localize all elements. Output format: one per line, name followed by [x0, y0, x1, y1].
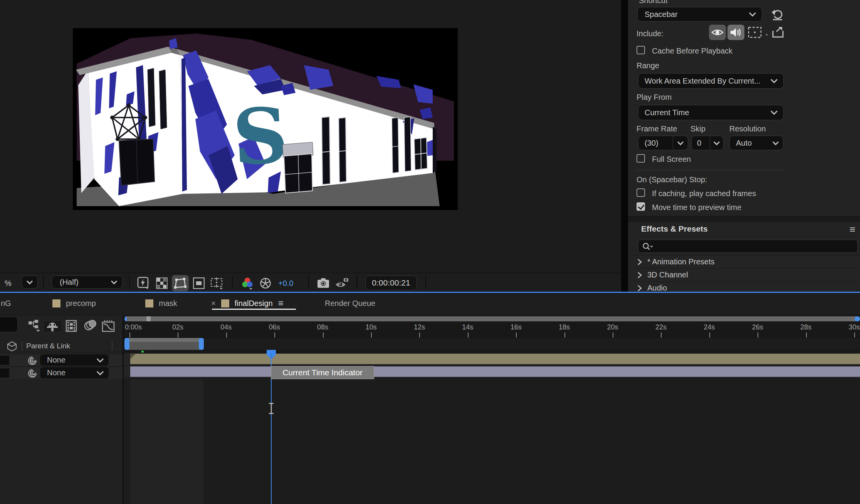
time-navigator[interactable] — [124, 316, 860, 321]
mask-visibility-icon — [174, 277, 186, 289]
include-overlays-button[interactable] — [747, 26, 762, 39]
column-divider[interactable] — [22, 341, 22, 351]
toolbar-divider — [425, 276, 426, 288]
grid-guides-button[interactable] — [210, 277, 224, 290]
tab-render-queue[interactable]: Render Queue — [325, 297, 375, 309]
ruler-label: 0:00s — [125, 323, 142, 331]
zoom-dropdown-button[interactable] — [22, 276, 38, 289]
layer-switches[interactable] — [0, 356, 9, 365]
comp-swatch-icon — [145, 299, 153, 307]
current-time-display[interactable]: 0:00:00:21 — [365, 276, 417, 290]
full-screen-label: Full Screen — [652, 155, 691, 164]
tab-mask[interactable]: mask — [145, 297, 177, 309]
tab-label: mask — [159, 299, 177, 308]
tab-ng[interactable]: nG — [1, 297, 11, 309]
cache-before-playback-checkbox[interactable] — [637, 46, 645, 54]
graph-editor-button[interactable] — [102, 320, 115, 334]
play-from-dropdown[interactable]: Current Time — [638, 105, 784, 120]
comp-swatch-icon — [221, 299, 229, 307]
effects-search-input[interactable] — [656, 241, 853, 252]
tab-finaldesign[interactable]: ×finalDesign≡ — [211, 297, 284, 309]
reset-shortcut-button[interactable] — [770, 7, 784, 22]
effects-presets-header[interactable]: Effects & Presets ≡ — [628, 222, 860, 237]
work-area-bar[interactable] — [124, 338, 204, 350]
frame-rate-dropdown[interactable]: (30) — [638, 136, 688, 150]
shortcut-dropdown[interactable]: Spacebar — [637, 7, 762, 22]
chevron-down-icon — [111, 280, 118, 284]
toolbar-divider — [232, 276, 233, 288]
mini-flowchart-button[interactable] — [28, 320, 42, 334]
chevron-down-icon — [96, 371, 104, 375]
layer-switches[interactable] — [0, 368, 9, 378]
full-screen-checkbox[interactable] — [637, 154, 645, 163]
chevron-down-icon — [770, 110, 778, 115]
ruler-tick — [661, 333, 662, 338]
include-video-button[interactable] — [709, 25, 726, 40]
transparency-grid-button[interactable] — [156, 277, 168, 289]
region-of-interest-icon — [193, 277, 205, 289]
snapshot-button[interactable] — [317, 277, 331, 289]
navigator-bar[interactable] — [127, 316, 856, 321]
current-time-field[interactable] — [0, 317, 18, 332]
ruler-tick — [758, 333, 758, 338]
skip-dropdown[interactable]: 0 — [691, 136, 724, 150]
exposure-button[interactable] — [259, 277, 272, 289]
mask-visibility-button[interactable] — [172, 275, 189, 291]
navigator-end-handle[interactable] — [855, 316, 860, 321]
parent-link-header: Parent & Link — [26, 342, 70, 350]
work-area-start-handle[interactable] — [124, 338, 129, 350]
shy-layers-button[interactable] — [46, 321, 59, 333]
current-time-indicator-line[interactable] — [271, 350, 272, 360]
resolution-dropdown[interactable]: Auto — [729, 136, 783, 150]
effects-category-audio[interactable]: Audio — [628, 281, 860, 293]
layer-duration-bar[interactable] — [130, 354, 860, 364]
parent-link-dropdown[interactable]: None — [40, 367, 109, 378]
frame-blending-button[interactable] — [66, 320, 78, 334]
channel-settings-button[interactable] — [240, 276, 254, 291]
tab-menu-icon[interactable]: ≡ — [278, 298, 284, 309]
effects-presets-title: Effects & Presets — [641, 224, 708, 234]
effects-category-3d-channel[interactable]: 3D Channel — [628, 268, 860, 281]
chevron-down-icon — [770, 79, 778, 83]
zoom-percent-label[interactable]: % — [5, 279, 12, 288]
effects-search-box[interactable] — [638, 240, 858, 253]
effects-category--animation-presets[interactable]: * Animation Presets — [628, 255, 860, 268]
exposure-value[interactable]: +0.0 — [278, 279, 293, 288]
ruler-tick — [226, 333, 227, 338]
region-of-interest-button[interactable] — [193, 277, 205, 289]
tab-close-icon[interactable]: × — [211, 299, 216, 308]
tab-precomp[interactable]: precomp — [52, 297, 96, 309]
timeline-panel: nGprecompmask×finalDesign≡Render Queue — [0, 293, 860, 504]
speaker-icon — [730, 27, 742, 37]
show-snapshot-button[interactable] — [334, 277, 349, 289]
graph-editor-icon — [102, 320, 115, 332]
layer-duration-bar[interactable] — [130, 366, 860, 377]
work-area-end-handle[interactable] — [199, 338, 204, 350]
column-divider[interactable] — [112, 341, 113, 351]
fast-previews-button[interactable] — [136, 276, 150, 290]
chevron-down-icon — [677, 141, 684, 145]
parent-link-dropdown[interactable]: None — [40, 354, 109, 366]
work-area-body[interactable] — [127, 338, 202, 350]
include-audio-button[interactable] — [727, 25, 744, 40]
range-dropdown[interactable]: Work Area Extended By Current... — [638, 73, 784, 89]
comp-swatch-icon — [52, 299, 60, 307]
pickwhip-icon[interactable] — [28, 369, 37, 378]
shy-guy-icon — [46, 321, 59, 332]
time-ruler[interactable]: 0:00s02s04s06s08s10s12s14s16s18s20s22s24… — [124, 321, 860, 338]
navigator-cti-nub — [146, 316, 151, 321]
current-time-indicator-line[interactable] — [271, 360, 272, 504]
panel-menu-icon[interactable]: ≡ — [850, 223, 855, 235]
rgb-channels-icon — [241, 277, 254, 291]
toolbar-divider — [129, 276, 130, 288]
if-caching-label: If caching, play cached frames — [652, 189, 756, 198]
composition-view[interactable]: S — [73, 28, 458, 210]
motion-blur-button[interactable] — [84, 320, 97, 333]
if-caching-checkbox[interactable] — [637, 188, 645, 197]
resolution-magnification-dropdown[interactable]: (Half) — [52, 276, 123, 289]
export-frame-button[interactable] — [771, 25, 785, 39]
chevron-right-icon — [637, 272, 642, 279]
pickwhip-icon[interactable] — [28, 356, 37, 365]
move-time-checkbox[interactable] — [637, 202, 645, 211]
ruler-tick — [371, 333, 372, 338]
